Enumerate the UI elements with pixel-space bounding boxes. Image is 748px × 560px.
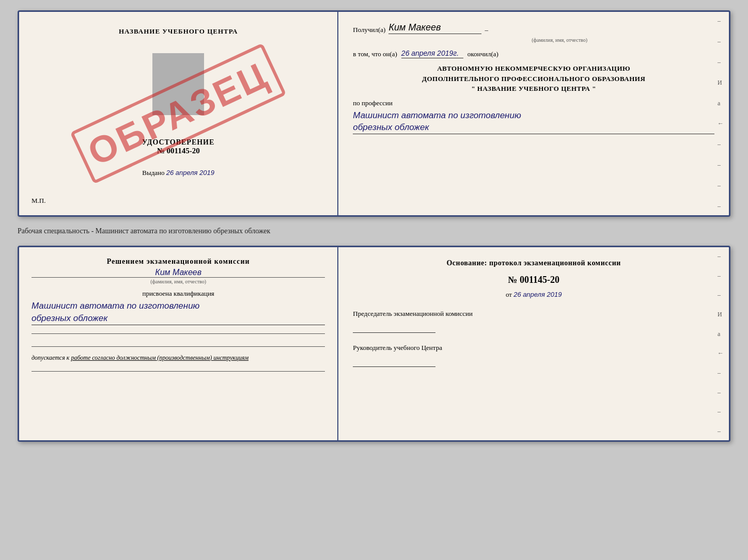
qualification-line1: Машинист автомата по изготовлению [32,300,325,312]
mp-label: М.П. [32,197,45,205]
protocol-date-value: 26 апреля 2019 [513,291,562,298]
date-row: в том, что он(а) 26 апреля 2019г. окончи… [353,49,714,58]
bottom-certificate-card: Решением экзаменационной комиссии Ким Ма… [18,246,730,442]
right-decorations: – – – И а ← – – – – [718,12,726,215]
chairman-sig-line [353,321,435,333]
certificate-box: УДОСТОВЕРЕНИЕ № 001145-20 [142,138,214,155]
decision-text: Решением экзаменационной комиссии [32,258,325,266]
protocol-date-prefix: от [506,291,512,298]
chairman-block: Председатель экзаменационной комиссии [353,309,714,333]
dash1: – [485,26,488,34]
profession-line1: Машинист автомата по изготовлению [353,109,714,122]
top-card-right: Получил(а) Ким Макеев – (фамилия, имя, о… [338,12,729,215]
cert-number: № 001145-20 [142,147,214,155]
person-name: Ким Макеев [32,268,325,277]
top-certificate-card: НАЗВАНИЕ УЧЕБНОГО ЦЕНТРА УДОСТОВЕРЕНИЕ №… [18,10,730,217]
admits-label: допускается к [32,354,69,361]
qualification-line2: обрезных обложек [32,312,325,325]
basis-text: Основание: протокол экзаменационной коми… [353,258,714,268]
photo-placeholder [152,53,204,115]
blank-line3 [32,371,325,372]
received-row: Получил(а) Ким Макеев – [353,22,714,34]
name-subtext: (фамилия, имя, отчество) [404,37,714,43]
qualification-label: присвоена квалификация [32,290,325,298]
profession-label: по профессии [353,99,714,107]
org-line1: АВТОНОМНУЮ НЕКОММЕРЧЕСКУЮ ОРГАНИЗАЦИЮ [353,63,714,74]
chairman-label: Председатель экзаменационной комиссии [353,309,714,318]
school-name-top: НАЗВАНИЕ УЧЕБНОГО ЦЕНТРА [119,27,238,36]
head-block: Руководитель учебного Центра [353,343,714,367]
bottom-card-right: Основание: протокол экзаменационной коми… [338,247,729,440]
head-sig-line [353,355,435,367]
org-line3: " НАЗВАНИЕ УЧЕБНОГО ЦЕНТРА " [353,84,714,94]
bottom-card-left: Решением экзаменационной комиссии Ким Ма… [19,247,338,440]
top-card-left: НАЗВАНИЕ УЧЕБНОГО ЦЕНТРА УДОСТОВЕРЕНИЕ №… [19,12,338,215]
bottom-right-decorations: – – – И а ← – – – – [718,247,726,440]
qualification-value: Машинист автомата по изготовлению обрезн… [32,300,325,325]
protocol-number: № 001145-20 [353,275,714,285]
separator-label: Рабочая специальность - Машинист автомат… [18,225,730,237]
cert-title: УДОСТОВЕРЕНИЕ [142,138,214,147]
admits-value: работе согласно должностным (производств… [71,354,248,361]
profession-value: Машинист автомата по изготовлению обрезн… [353,109,714,135]
org-line2: ДОПОЛНИТЕЛЬНОГО ПРОФЕССИОНАЛЬНОГО ОБРАЗО… [353,74,714,84]
received-label: Получил(а) [353,26,385,34]
blank-line1 [32,333,325,334]
in-that-label: в том, что он(а) [353,50,397,58]
issued-label: Выдано [142,169,164,177]
issued-date-value: 26 апреля 2019 [166,169,214,177]
org-block: АВТОНОМНУЮ НЕКОММЕРЧЕСКУЮ ОРГАНИЗАЦИЮ ДО… [353,63,714,94]
head-label: Руководитель учебного Центра [353,343,714,353]
finished-label: окончил(а) [467,50,498,58]
profession-line2: обрезных обложек [353,121,714,134]
issued-date: Выдано 26 апреля 2019 [142,169,214,177]
received-name: Ким Макеев [388,22,481,34]
protocol-date: от 26 апреля 2019 [353,291,714,299]
admits-text: допускается к работе согласно должностны… [32,354,325,362]
blank-line2 [32,346,325,347]
bottom-name-subtext: (фамилия, имя, отчество) [32,277,325,284]
date-value: 26 апреля 2019г. [401,49,463,58]
